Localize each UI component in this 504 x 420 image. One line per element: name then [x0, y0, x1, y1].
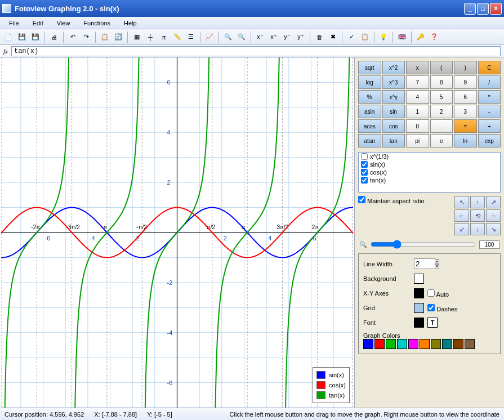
- menu-file[interactable]: File: [2, 19, 26, 28]
- key-exp[interactable]: exp: [478, 134, 501, 148]
- pi-icon[interactable]: π: [158, 31, 170, 43]
- check-icon[interactable]: ✓: [345, 31, 358, 43]
- linewidth-down[interactable]: ▼: [435, 264, 439, 269]
- key-[interactable]: ): [454, 61, 477, 74]
- key-2[interactable]: 2: [430, 105, 453, 118]
- ruler-icon[interactable]: 📏: [171, 31, 184, 43]
- cancel-icon[interactable]: ✖: [327, 31, 339, 43]
- axes-icon[interactable]: ┼: [144, 31, 157, 43]
- pan-nw[interactable]: ↖: [454, 196, 469, 208]
- palette-swatch[interactable]: [397, 339, 407, 349]
- menu-functions[interactable]: Functions: [77, 19, 117, 28]
- trace-icon[interactable]: 📈: [203, 31, 216, 43]
- fn-checkbox[interactable]: [361, 161, 368, 168]
- key-tan[interactable]: tan: [382, 134, 405, 148]
- menu-edit[interactable]: Edit: [26, 19, 50, 28]
- save-icon[interactable]: 💾: [16, 31, 28, 43]
- zoom-out-icon[interactable]: 🔍: [222, 31, 234, 43]
- key-acos[interactable]: acos: [358, 119, 381, 133]
- fn-item[interactable]: cos(x): [359, 168, 500, 176]
- key-8[interactable]: 8: [430, 75, 453, 89]
- help-icon[interactable]: ❓: [428, 31, 440, 43]
- pan-n[interactable]: ↑: [470, 196, 485, 208]
- formula-input[interactable]: [11, 46, 501, 56]
- pan-sw[interactable]: ↙: [454, 223, 469, 235]
- fn-item[interactable]: tan(x): [359, 176, 500, 184]
- zoom-value[interactable]: [479, 240, 499, 249]
- auto-checkbox[interactable]: [427, 289, 435, 297]
- key-ln[interactable]: ln: [454, 134, 477, 148]
- fn-item[interactable]: x^(1/3): [359, 153, 500, 160]
- bulb-icon[interactable]: 💡: [377, 31, 390, 43]
- fn-checkbox[interactable]: [361, 153, 368, 160]
- print-icon[interactable]: 🖨: [48, 31, 60, 43]
- key-[interactable]: /: [478, 75, 501, 89]
- dashes-checkbox-label[interactable]: Dashes: [427, 304, 457, 312]
- key-4[interactable]: 4: [406, 90, 429, 104]
- palette-swatch[interactable]: [408, 339, 418, 349]
- minimize-button[interactable]: _: [464, 3, 476, 15]
- key-6[interactable]: 6: [454, 90, 477, 104]
- dashes-checkbox[interactable]: [427, 304, 435, 311]
- function-list[interactable]: x^(1/3)sin(x)cos(x)tan(x): [358, 152, 501, 193]
- palette-swatch[interactable]: [420, 339, 430, 349]
- menu-view[interactable]: View: [50, 19, 77, 28]
- palette-swatch[interactable]: [386, 339, 396, 349]
- fn-item[interactable]: sin(x): [359, 160, 500, 168]
- palette-swatch[interactable]: [363, 339, 373, 349]
- new-icon[interactable]: 📄: [2, 31, 15, 43]
- palette-swatch[interactable]: [442, 339, 452, 349]
- fn-checkbox[interactable]: [361, 169, 368, 176]
- y-minus-icon[interactable]: y⁻: [281, 31, 293, 43]
- pan-s[interactable]: ↓: [470, 223, 485, 235]
- key-9[interactable]: 9: [454, 75, 477, 89]
- menu-help[interactable]: Help: [117, 19, 144, 28]
- flag-icon[interactable]: 🇬🇧: [396, 31, 408, 43]
- key-[interactable]: *: [478, 90, 501, 104]
- redo-icon[interactable]: ↷: [80, 31, 92, 43]
- key-[interactable]: =: [454, 119, 477, 133]
- pan-center[interactable]: ⟲: [470, 209, 485, 222]
- x-minus-icon[interactable]: x⁻: [254, 31, 266, 43]
- fn-checkbox[interactable]: [361, 177, 368, 184]
- zoom-in-icon[interactable]: 🔍: [235, 31, 248, 43]
- maximize-button[interactable]: □: [477, 3, 489, 15]
- key-5[interactable]: 5: [430, 90, 453, 104]
- pan-e[interactable]: →: [486, 209, 501, 222]
- key-sqrt[interactable]: sqrt: [358, 61, 381, 74]
- axes-swatch[interactable]: [414, 288, 424, 298]
- delete-icon[interactable]: 🗑: [313, 31, 325, 43]
- linewidth-up[interactable]: ▲: [435, 259, 439, 264]
- key-sin[interactable]: sin: [382, 105, 405, 118]
- x-plus-icon[interactable]: x⁺: [267, 31, 280, 43]
- palette-swatch[interactable]: [431, 339, 441, 349]
- palette-swatch[interactable]: [453, 339, 463, 349]
- key-3[interactable]: 3: [454, 105, 477, 118]
- key-x[interactable]: x: [406, 61, 429, 74]
- key-[interactable]: (: [430, 61, 453, 74]
- options-icon[interactable]: 📋: [359, 31, 371, 43]
- pan-w[interactable]: ←: [454, 209, 469, 222]
- pan-ne[interactable]: ↗: [486, 196, 501, 208]
- key-7[interactable]: 7: [406, 75, 429, 89]
- pan-se[interactable]: ↘: [486, 223, 501, 235]
- key-cos[interactable]: cos: [382, 119, 405, 133]
- y-plus-icon[interactable]: y⁺: [295, 31, 307, 43]
- background-swatch[interactable]: [414, 274, 424, 284]
- key-asin[interactable]: asin: [358, 105, 381, 118]
- aspect-checkbox[interactable]: [358, 196, 365, 203]
- key-icon[interactable]: 🔑: [414, 31, 427, 43]
- key-xy[interactable]: x^y: [382, 90, 405, 104]
- key-[interactable]: +: [478, 119, 501, 133]
- grid-icon[interactable]: ▦: [131, 31, 143, 43]
- zoom-slider[interactable]: [371, 240, 476, 249]
- key-x2[interactable]: x^2: [382, 61, 405, 74]
- auto-checkbox-label[interactable]: Auto: [427, 289, 449, 298]
- key-log[interactable]: log: [358, 75, 381, 89]
- save-as-icon[interactable]: 💾: [29, 31, 42, 43]
- key-0[interactable]: 0: [406, 119, 429, 133]
- list-icon[interactable]: ☰: [185, 31, 197, 43]
- palette-swatch[interactable]: [374, 339, 385, 349]
- undo-icon[interactable]: ↶: [66, 31, 79, 43]
- key-[interactable]: -: [478, 105, 501, 118]
